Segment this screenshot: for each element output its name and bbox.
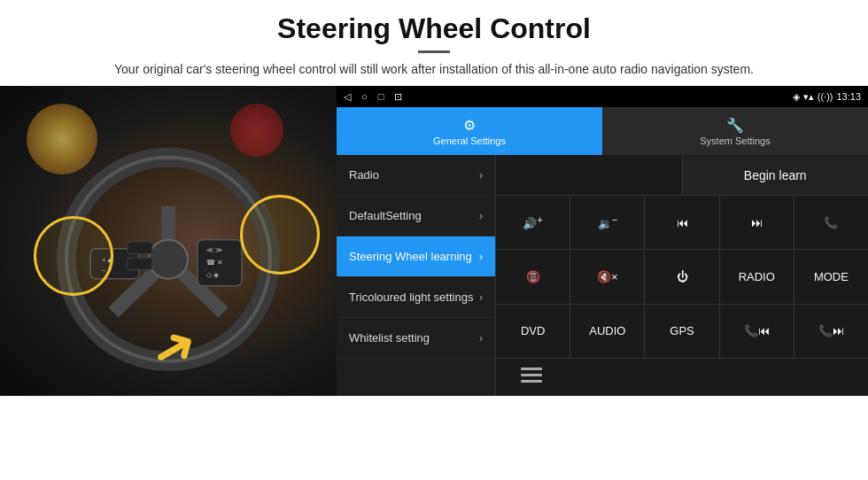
- wifi-icon: ((·)): [818, 91, 833, 102]
- vol-down-icon: 🔉−: [598, 214, 617, 230]
- svg-text:☎ ✕: ☎ ✕: [206, 259, 223, 267]
- menu-item-steering[interactable]: Steering Wheel learning ›: [337, 236, 495, 277]
- begin-learn-label: Begin learn: [744, 168, 807, 182]
- radio-label: RADIO: [739, 270, 775, 283]
- gps-label: GPS: [670, 324, 694, 337]
- vol-up-icon: 🔊+: [523, 214, 542, 230]
- main-content: Radio › DefaultSetting › Steering Wheel …: [337, 155, 868, 396]
- svg-point-5: [149, 240, 188, 279]
- next-track-icon: ⏭: [751, 216, 763, 229]
- button-grid: 🔊+ 🔉− ⏮ ⏭ 📞: [496, 196, 868, 396]
- nav-home-icon[interactable]: ○: [361, 91, 368, 102]
- menu-item-radio[interactable]: Radio ›: [337, 155, 495, 196]
- menu-steering-label: Steering Wheel learning: [349, 250, 472, 263]
- content-area: +▲ −▼ ≪ ≫ ☎ ✕ ◇ ◈ ➜ ◁ ○ □ ⊡ ◈: [0, 86, 868, 396]
- hang-up-button[interactable]: 📵: [496, 250, 570, 303]
- tab-system-label: System Settings: [700, 135, 770, 146]
- tel-next-button[interactable]: 📞⏭: [794, 305, 868, 358]
- title-divider: [418, 50, 450, 53]
- tel-next-icon: 📞⏭: [818, 324, 844, 337]
- svg-rect-15: [521, 368, 542, 370]
- vol-up-button[interactable]: 🔊+: [496, 196, 570, 249]
- phone-icon: 📞: [824, 216, 838, 229]
- chevron-icon: ›: [479, 291, 483, 304]
- chevron-icon: ›: [479, 210, 483, 222]
- nav-buttons: ◁ ○ □ ⊡: [344, 91, 402, 103]
- nav-media-icon[interactable]: ⊡: [394, 91, 402, 103]
- status-bar: ◁ ○ □ ⊡ ◈ ▾▴ ((·)) 13:13: [337, 86, 868, 107]
- nav-back-icon[interactable]: ◁: [344, 91, 351, 103]
- tab-bar: ⚙ General Settings 🔧 System Settings: [337, 107, 868, 155]
- svg-text:≪ ≫: ≪ ≫: [206, 246, 222, 254]
- time-display: 13:13: [836, 91, 861, 102]
- menu-whitelist-label: Whitelist setting: [349, 331, 430, 345]
- begin-learn-row: Begin learn: [496, 155, 868, 196]
- header-section: Steering Wheel Control Your original car…: [0, 0, 868, 86]
- page-title: Steering Wheel Control: [35, 12, 833, 45]
- phone-button[interactable]: 📞: [794, 196, 868, 249]
- svg-rect-10: [128, 258, 152, 270]
- svg-rect-17: [521, 380, 542, 383]
- control-panel: Begin learn 🔊+ 🔉− ⏮: [496, 155, 868, 396]
- highlight-circle-left: [34, 216, 113, 296]
- gps-button[interactable]: GPS: [645, 305, 719, 358]
- next-track-button[interactable]: ⏭: [720, 196, 794, 249]
- control-row-3: DVD AUDIO GPS 📞⏮ 📞⏭: [496, 305, 868, 359]
- dvd-label: DVD: [521, 324, 545, 337]
- hang-up-icon: 📵: [526, 270, 540, 283]
- begin-learn-button[interactable]: Begin learn: [683, 155, 869, 195]
- radio-button[interactable]: RADIO: [720, 250, 794, 303]
- chevron-icon: ›: [479, 169, 483, 182]
- control-row-2: 📵 🔇× ⏻ RADIO MODE: [496, 250, 868, 304]
- tel-prev-icon: 📞⏮: [744, 324, 770, 337]
- audio-button[interactable]: AUDIO: [570, 305, 645, 358]
- steering-wheel-image: +▲ −▼ ≪ ≫ ☎ ✕ ◇ ◈ ➜: [0, 86, 337, 396]
- nav-recent-icon[interactable]: □: [378, 91, 384, 102]
- system-settings-icon: 🔧: [726, 117, 744, 134]
- signal-icon: ▾▴: [803, 91, 814, 103]
- menu-item-whitelist[interactable]: Whitelist setting ›: [337, 318, 495, 359]
- location-icon: ◈: [793, 91, 800, 103]
- power-icon: ⏻: [677, 270, 688, 283]
- tab-general-label: General Settings: [433, 135, 506, 146]
- control-row-4: [496, 359, 868, 396]
- spacer: [496, 155, 683, 195]
- menu-radio-label: Radio: [349, 168, 379, 182]
- menu-item-default[interactable]: DefaultSetting ›: [337, 196, 495, 236]
- extra-icon: [521, 368, 542, 386]
- menu-item-tricoloured[interactable]: Tricoloured light settings ›: [337, 277, 495, 318]
- mute-button[interactable]: 🔇×: [570, 250, 645, 303]
- chevron-icon: ›: [479, 332, 483, 345]
- general-settings-icon: ⚙: [463, 117, 476, 134]
- audio-label: AUDIO: [589, 324, 625, 337]
- menu-tricoloured-label: Tricoloured light settings: [349, 290, 473, 304]
- mode-button[interactable]: MODE: [794, 250, 868, 303]
- mute-icon: 🔇×: [597, 270, 618, 283]
- svg-text:◇ ◈: ◇ ◈: [206, 271, 220, 279]
- vol-down-button[interactable]: 🔉−: [570, 196, 645, 249]
- chevron-icon: ›: [479, 251, 483, 263]
- settings-menu: Radio › DefaultSetting › Steering Wheel …: [337, 155, 496, 396]
- prev-track-icon: ⏮: [677, 216, 688, 229]
- mode-label: MODE: [814, 270, 849, 283]
- status-indicators: ◈ ▾▴ ((·)) 13:13: [793, 91, 861, 103]
- tab-general-settings[interactable]: ⚙ General Settings: [337, 107, 602, 155]
- android-panel: ◁ ○ □ ⊡ ◈ ▾▴ ((·)) 13:13 ⚙ General Setti…: [337, 86, 868, 396]
- highlight-circle-right: [240, 195, 320, 275]
- dvd-button[interactable]: DVD: [496, 305, 570, 358]
- svg-rect-9: [128, 242, 152, 254]
- tel-prev-button[interactable]: 📞⏮: [720, 305, 794, 358]
- menu-default-label: DefaultSetting: [349, 209, 422, 222]
- svg-rect-16: [521, 374, 542, 376]
- control-row-1: 🔊+ 🔉− ⏮ ⏭ 📞: [496, 196, 868, 250]
- extra-button[interactable]: [496, 359, 567, 396]
- power-button[interactable]: ⏻: [645, 250, 719, 303]
- prev-track-button[interactable]: ⏮: [645, 196, 719, 249]
- tab-system-settings[interactable]: 🔧 System Settings: [602, 107, 868, 155]
- page-subtitle: Your original car's steering wheel contr…: [35, 60, 833, 79]
